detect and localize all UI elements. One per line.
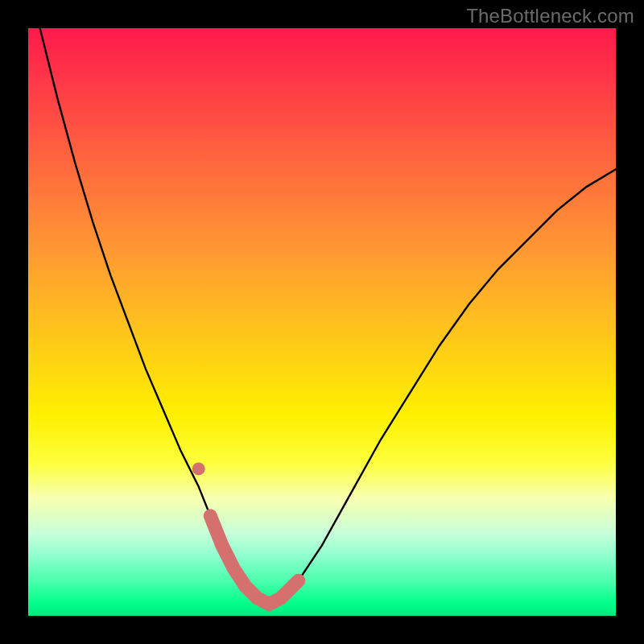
chart-frame: TheBottleneck.com [0,0,644,644]
watermark-text: TheBottleneck.com [466,5,634,27]
plot-area [28,28,616,616]
curve-right [269,169,616,604]
curve-marker-dot [192,462,205,475]
curve-highlight [210,516,299,605]
curve-left [40,28,270,604]
bottleneck-curve [28,28,616,616]
